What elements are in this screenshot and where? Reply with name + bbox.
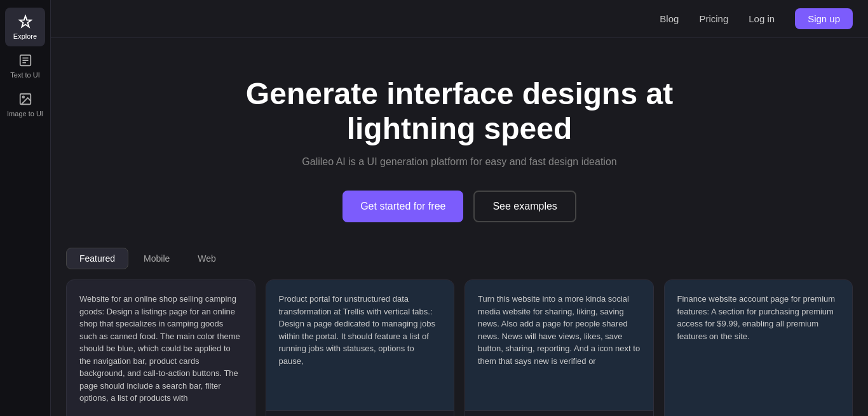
- tab-web[interactable]: Web: [185, 248, 229, 269]
- tab-featured[interactable]: Featured: [66, 248, 128, 269]
- tab-mobile[interactable]: Mobile: [131, 248, 182, 269]
- svg-point-2: [22, 96, 24, 98]
- card-2[interactable]: Product portal for unstructured data tra…: [266, 279, 455, 416]
- top-navigation: Blog Pricing Log in Sign up: [51, 0, 868, 38]
- hero-title: Generate interface designs at lightning …: [205, 76, 714, 146]
- card-2-footer: Product portal for unstructured data tra…: [266, 410, 454, 416]
- sidebar-item-explore[interactable]: Explore: [5, 8, 45, 46]
- blog-link[interactable]: Blog: [660, 13, 679, 24]
- card-1-body: Website for an online shop selling campi…: [67, 280, 255, 416]
- card-4-body: Finance website account page for premium…: [665, 280, 853, 416]
- see-examples-button[interactable]: See examples: [473, 191, 576, 222]
- card-3[interactable]: Turn this website into a more kinda soci…: [465, 279, 654, 416]
- tabs-section: Featured Mobile Web: [51, 248, 868, 279]
- card-4[interactable]: Finance website account page for premium…: [664, 279, 853, 416]
- card-3-footer: Turn this website into a more kinda soci…: [465, 410, 653, 416]
- pricing-link[interactable]: Pricing: [699, 13, 728, 24]
- card-2-body: Product portal for unstructured data tra…: [266, 280, 454, 410]
- hero-buttons: Get started for free See examples: [64, 191, 855, 222]
- card-1[interactable]: Website for an online shop selling campi…: [66, 279, 255, 416]
- cards-section: Website for an online shop selling campi…: [51, 279, 868, 416]
- sidebar-item-image-to-ui[interactable]: Image to UI: [0, 85, 50, 124]
- category-tabs: Featured Mobile Web: [66, 248, 853, 269]
- cards-grid: Website for an online shop selling campi…: [66, 279, 853, 416]
- get-started-button[interactable]: Get started for free: [342, 191, 463, 222]
- sidebar: Explore Text to UI Image to UI: [0, 0, 51, 416]
- main-content: Blog Pricing Log in Sign up Generate int…: [51, 0, 868, 416]
- sidebar-item-label: Image to UI: [7, 110, 43, 117]
- signup-button[interactable]: Sign up: [795, 8, 853, 29]
- login-button[interactable]: Log in: [749, 13, 775, 24]
- hero-subtitle: Galileo AI is a UI generation platform f…: [64, 156, 855, 168]
- text-icon: [18, 53, 33, 68]
- sidebar-item-label: Explore: [13, 32, 37, 40]
- hero-section: Generate interface designs at lightning …: [51, 38, 868, 248]
- image-icon: [18, 91, 33, 107]
- sidebar-item-text-to-ui[interactable]: Text to UI: [0, 46, 50, 85]
- card-3-body: Turn this website into a more kinda soci…: [465, 280, 653, 410]
- sidebar-item-label: Text to UI: [10, 71, 39, 79]
- sparkle-icon: [18, 14, 33, 29]
